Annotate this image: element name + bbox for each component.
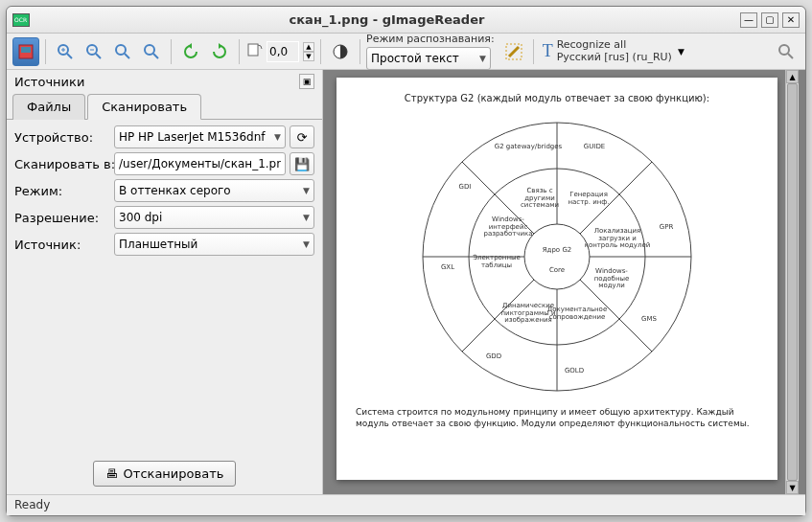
scanto-value: /user/Документы/скан_1.png [119, 157, 281, 170]
brightness-contrast-button[interactable] [327, 37, 354, 66]
zoom-out-icon [85, 43, 103, 60]
device-combo[interactable]: HP HP LaserJet M1536dnf▼ [114, 125, 286, 148]
outer-nright: GUIDE [584, 144, 605, 151]
svg-line-10 [125, 54, 129, 58]
separator [171, 39, 172, 64]
preferences-button[interactable] [773, 37, 800, 66]
svg-line-7 [96, 54, 101, 58]
sources-icon [17, 43, 35, 60]
recognition-mode-combo[interactable]: Простой текст ▼ [366, 47, 491, 70]
titlebar: скан_1.png - gImageReader — ▢ ✕ [7, 7, 805, 34]
rotation-step-up[interactable]: ▲ [303, 42, 314, 52]
status-text: Ready [14, 498, 50, 511]
svg-marker-14 [219, 43, 222, 49]
separator [360, 39, 360, 64]
page-rotate-icon [245, 41, 263, 62]
tab-files[interactable]: Файлы [12, 94, 85, 120]
recognize-label: Recognize all [557, 39, 627, 51]
svg-line-27 [619, 319, 652, 352]
zoom-original-button[interactable] [109, 37, 136, 66]
outer-sw: GDD [486, 353, 501, 361]
minimize-button[interactable]: — [740, 12, 757, 28]
rotate-left-button[interactable] [177, 37, 204, 66]
document-page: Структура G2 (каждый модуль отвечает за … [336, 78, 777, 480]
inner-sl: Динамические пиктограммы и изображения [495, 303, 562, 325]
wand-icon [503, 41, 524, 62]
chevron-down-icon: ▼ [274, 132, 281, 142]
resolution-label: Разрешение: [14, 211, 110, 225]
rotation-input[interactable] [267, 41, 299, 62]
scroll-track[interactable] [786, 83, 799, 481]
color-mode-combo[interactable]: В оттенках серого▼ [114, 179, 314, 202]
recognition-mode-value: Простой текст [371, 52, 459, 65]
maximize-button[interactable]: ▢ [761, 12, 778, 28]
resolution-combo[interactable]: 300 dpi▼ [114, 206, 314, 229]
sidebar-close-button[interactable]: ▣ [299, 74, 314, 89]
doc-paragraph: Система строится по модульному принципу … [356, 406, 758, 429]
scroll-thumb[interactable] [787, 83, 798, 481]
separator [320, 39, 321, 64]
recognize-button[interactable]: T Recognize all Русский [rus] (ru_RU) ▼ [540, 35, 687, 68]
source-label: Источник: [14, 238, 110, 252]
doc-core2: Core [549, 267, 565, 275]
svg-rect-1 [21, 47, 31, 53]
svg-point-11 [145, 45, 154, 55]
vertical-scrollbar[interactable]: ▲ ▼ [785, 70, 799, 494]
zoom-original-icon [114, 43, 131, 60]
svg-line-29 [462, 319, 495, 352]
scanto-label: Сканировать в: [14, 157, 110, 171]
document-viewer[interactable]: Структура G2 (каждый модуль отвечает за … [323, 70, 805, 494]
scroll-up-button[interactable]: ▲ [786, 70, 799, 83]
sources-sidebar: Источники ▣ Файлы Сканировать Устройство… [7, 70, 323, 494]
recognize-language: Русский [rus] (ru_RU) [557, 52, 672, 63]
svg-line-18 [509, 47, 519, 57]
resolution-value: 300 dpi [119, 211, 299, 224]
autodetect-layout-button[interactable] [500, 37, 527, 66]
zoom-in-icon [57, 43, 74, 60]
tab-scan[interactable]: Сканировать [87, 94, 201, 120]
inner-ne: Генерация настр. инф. [560, 192, 617, 206]
rotation-step-down[interactable]: ▼ [303, 52, 314, 61]
doc-heading: Структура G2 (каждый модуль отвечает за … [356, 93, 758, 103]
zoom-out-button[interactable] [81, 37, 107, 66]
chevron-down-icon: ▼ [678, 47, 684, 57]
outer-w: GXL [441, 264, 454, 272]
device-value: HP HP LaserJet M1536dnf [119, 130, 270, 144]
refresh-devices-button[interactable]: ⟳ [290, 125, 314, 148]
body: Источники ▣ Файлы Сканировать Устройство… [7, 70, 805, 494]
window-title: скан_1.png - gImageReader [37, 12, 736, 27]
app-icon [12, 13, 30, 27]
scanto-field[interactable]: /user/Документы/скан_1.png [114, 152, 286, 175]
inner-se: Windows-подобные модули [580, 268, 643, 290]
scan-button[interactable]: 🖶 Отсканировать [93, 461, 237, 487]
outer-se: GMS [641, 316, 657, 324]
sources-panel-toggle[interactable] [12, 37, 39, 66]
scan-source-combo[interactable]: Планшетный▼ [114, 233, 314, 256]
zoom-fit-button[interactable] [138, 37, 165, 66]
rotation-group: ▲ ▼ [245, 41, 314, 62]
separator [45, 39, 46, 64]
inner-nw: Windows-интерфейс разработчика [475, 216, 542, 238]
rotate-left-icon [182, 43, 199, 60]
outer-nleft: G2 gateway/bridges [495, 144, 563, 151]
scan-source-value: Планшетный [119, 238, 299, 251]
outer-nw: GDI [459, 184, 472, 192]
chevron-down-icon: ▼ [303, 186, 310, 195]
recognition-mode-label: Режим распознавания: [366, 33, 495, 45]
rotate-right-button[interactable] [206, 37, 233, 66]
svg-point-19 [779, 45, 789, 55]
scroll-down-button[interactable]: ▼ [786, 481, 799, 494]
svg-line-12 [153, 54, 158, 58]
source-tabs: Файлы Сканировать [7, 93, 322, 120]
recognition-mode-group: Режим распознавания: Простой текст ▼ [366, 33, 495, 70]
separator [239, 39, 240, 64]
rotate-right-icon [211, 43, 228, 60]
browse-output-button[interactable]: 💾 [290, 152, 314, 175]
scan-form: Устройство: HP HP LaserJet M1536dnf▼ ⟳ С… [7, 120, 322, 261]
zoom-in-button[interactable] [52, 37, 79, 66]
close-window-button[interactable]: ✕ [782, 12, 800, 28]
save-icon: 💾 [294, 157, 310, 171]
gear-icon [777, 43, 795, 60]
toolbar: ▲ ▼ Режим распознавания: Простой текст ▼… [7, 34, 805, 70]
inner-e: Локализация загрузки и контроль модулей [584, 228, 651, 250]
